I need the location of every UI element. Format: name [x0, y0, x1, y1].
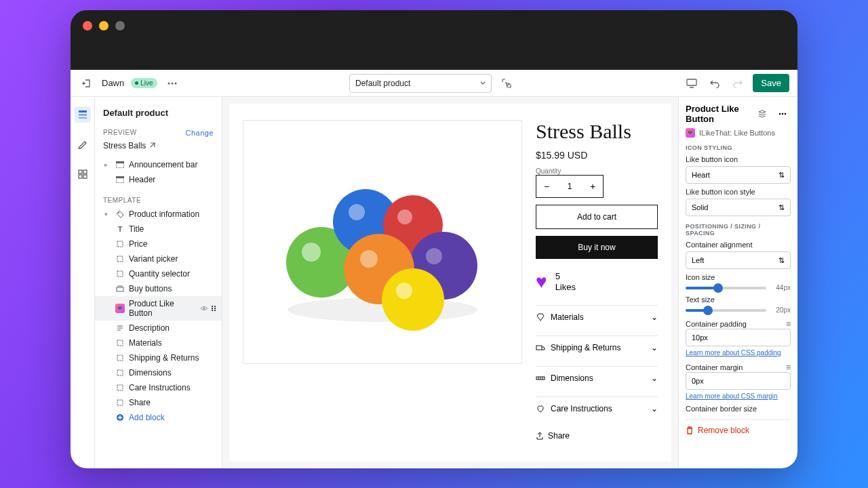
section-header[interactable]: Header: [95, 172, 222, 187]
quantity-value: 1: [557, 182, 583, 191]
svg-point-21: [212, 306, 213, 307]
icon-size-label: Icon size: [686, 273, 791, 281]
svg-rect-8: [83, 170, 87, 174]
block-buy-buttons[interactable]: Buy buttons: [95, 281, 222, 296]
block-share[interactable]: Share: [95, 395, 222, 410]
quantity-decrease[interactable]: −: [536, 181, 557, 192]
drag-icon[interactable]: [211, 305, 216, 312]
block-title[interactable]: TTitle: [95, 222, 222, 237]
chevron-down-icon: ⌄: [651, 343, 658, 352]
like-icon-label: Like button icon: [686, 155, 791, 163]
inspector-button[interactable]: [498, 75, 515, 92]
like-style-select[interactable]: Solid⇅: [686, 199, 791, 216]
svg-point-41: [426, 248, 442, 264]
desktop-view-button[interactable]: [684, 75, 700, 92]
remove-block-button[interactable]: Remove block: [686, 420, 791, 441]
eye-icon[interactable]: [200, 305, 208, 312]
svg-point-44: [382, 268, 444, 331]
share-button[interactable]: Share: [536, 427, 658, 441]
template-dropdown[interactable]: Default product: [349, 74, 492, 93]
window-maximize-icon[interactable]: [115, 21, 125, 30]
quantity-label: Quantity: [536, 167, 658, 175]
margin-input[interactable]: [686, 372, 791, 390]
accordion-care[interactable]: Care Instructions ⌄: [536, 396, 658, 420]
icon-size-value: 44px: [770, 284, 791, 291]
exit-editor-button[interactable]: [79, 75, 95, 92]
rail-theme-settings[interactable]: [75, 136, 91, 152]
svg-rect-16: [117, 241, 123, 247]
svg-point-26: [214, 310, 216, 311]
svg-rect-9: [79, 175, 82, 178]
block-shipping-returns[interactable]: Shipping & Returns: [95, 350, 222, 365]
margin-expand-icon[interactable]: ≡: [786, 363, 791, 372]
rail-sections[interactable]: [75, 106, 91, 123]
live-badge: Live: [131, 78, 157, 88]
preview-product-link[interactable]: Stress Balls: [95, 140, 222, 157]
block-price[interactable]: Price: [95, 237, 222, 251]
accordion-materials[interactable]: Materials ⌄: [536, 305, 658, 329]
like-widget[interactable]: ♥ 5 Likes: [536, 266, 658, 298]
window-minimize-icon[interactable]: [99, 21, 108, 30]
svg-rect-30: [117, 385, 123, 390]
svg-point-22: [214, 306, 216, 307]
change-preview-link[interactable]: Change: [185, 129, 214, 137]
settings-stack-icon[interactable]: [754, 106, 770, 122]
svg-rect-10: [83, 175, 87, 178]
more-button[interactable]: [164, 75, 180, 92]
text-size-slider[interactable]: [686, 309, 766, 312]
rail-apps[interactable]: [75, 166, 91, 182]
svg-point-0: [167, 82, 170, 84]
svg-point-23: [212, 308, 213, 309]
product-price: $15.99 USD: [536, 150, 658, 161]
svg-rect-6: [79, 117, 87, 119]
block-product-like-button[interactable]: ❤ Product Like Button: [95, 296, 222, 321]
redo-button: [730, 75, 746, 92]
add-to-cart-button[interactable]: Add to cart: [536, 205, 658, 229]
svg-rect-18: [117, 271, 123, 277]
svg-rect-3: [687, 79, 696, 85]
block-materials[interactable]: Materials: [95, 336, 222, 350]
block-quantity-selector[interactable]: Quantity selector: [95, 266, 222, 281]
svg-rect-14: [116, 176, 124, 178]
padding-help-link[interactable]: Learn more about CSS padding: [686, 349, 781, 357]
block-dimensions[interactable]: Dimensions: [95, 365, 222, 380]
padding-label: Container padding: [686, 320, 747, 328]
theme-name: Dawn: [102, 78, 124, 88]
svg-rect-5: [79, 114, 87, 116]
chevron-down-icon: ⌄: [651, 404, 658, 413]
svg-point-39: [397, 209, 412, 224]
undo-button[interactable]: [707, 75, 723, 92]
sidebar-title: Default product: [95, 105, 222, 126]
like-count: 5: [555, 271, 576, 282]
padding-expand-icon[interactable]: ≡: [786, 319, 791, 329]
svg-point-37: [349, 204, 365, 220]
padding-input[interactable]: [686, 329, 791, 346]
window-close-icon[interactable]: [83, 21, 92, 30]
svg-point-43: [360, 250, 378, 268]
section-product-information[interactable]: ▾ Product information: [95, 207, 222, 222]
buy-now-button[interactable]: Buy it now: [536, 236, 658, 259]
block-description[interactable]: Description: [95, 321, 222, 336]
window-titlebar: [71, 10, 797, 51]
preview-pane: Stress Balls $15.99 USD Quantity − 1 + A…: [222, 97, 678, 468]
like-style-label: Like button icon style: [686, 188, 791, 196]
quantity-stepper: − 1 +: [536, 175, 604, 198]
save-button[interactable]: Save: [753, 74, 789, 92]
quantity-increase[interactable]: +: [583, 181, 603, 192]
svg-rect-12: [116, 161, 124, 163]
app-attribution[interactable]: ❤ ILikeThat: Like Buttons: [686, 128, 791, 138]
accordion-dimensions[interactable]: Dimensions ⌄: [536, 366, 658, 390]
svg-point-1: [171, 82, 173, 84]
block-variant-picker[interactable]: Variant picker: [95, 251, 222, 266]
section-announcement-bar[interactable]: ▸ Announcement bar: [95, 157, 222, 172]
align-select[interactable]: Left⇅: [686, 251, 791, 269]
margin-help-link[interactable]: Learn more about CSS margin: [686, 392, 778, 400]
block-care-instructions[interactable]: Care Instructions: [95, 380, 222, 395]
add-block-button[interactable]: Add block: [95, 410, 222, 425]
accordion-shipping[interactable]: Shipping & Returns ⌄: [536, 336, 658, 359]
svg-rect-46: [536, 346, 542, 350]
heart-icon: ♥: [536, 271, 547, 293]
icon-size-slider[interactable]: [686, 287, 766, 289]
settings-more-icon[interactable]: [774, 106, 791, 122]
like-icon-select[interactable]: Heart⇅: [686, 166, 791, 184]
